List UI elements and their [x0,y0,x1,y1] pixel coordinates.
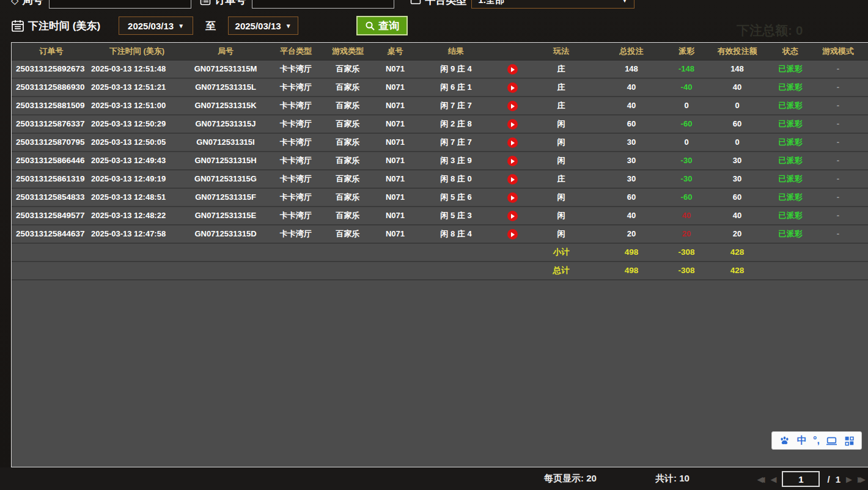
replay-play-button[interactable] [507,64,518,75]
chevron-down-icon: ▼ [285,23,292,29]
replay-cell [494,207,531,224]
valid-bet-cell: 40 [702,207,773,224]
result-cell: 闲 8 庄 0 [418,170,494,188]
col-header-bet-type: 玩法 [531,43,592,60]
order-number-cell: 250313125886930 [12,79,91,96]
total-bet-cell: 20 [592,225,671,243]
order-number-cell: 250313125854833 [12,189,91,206]
replay-play-button[interactable] [507,137,518,148]
last-page-button[interactable]: ▶▶ [858,475,866,484]
platform-cell: 卡卡湾厅 [268,115,323,133]
subtotal-total-bet: 498 [592,244,671,261]
result-cell: 闲 6 庄 1 [418,79,494,96]
status-cell: 已派彩 [773,170,808,188]
date-from-picker[interactable]: 2025/03/13 ▼ [119,16,193,35]
valid-bet-cell: 30 [702,170,773,188]
first-page-button[interactable]: ◀◀ [757,475,765,484]
col-header-valid-bet: 有效投注额 [702,43,773,60]
replay-cell [494,134,531,151]
game-type-cell: 百家乐 [323,170,372,188]
payout-cell: -40 [671,79,702,96]
replay-play-button[interactable] [507,82,518,93]
result-cell: 闲 5 庄 3 [418,207,494,224]
payout-cell: -60 [671,115,702,133]
order-number-cell: 250313125881509 [12,97,91,114]
table-number-cell: N071 [372,207,418,224]
date-to-picker[interactable]: 2025/03/13 ▼ [228,16,298,35]
table-row: 250313125854833 2025-03-13 12:48:51 GN07… [12,189,868,207]
platform-cell: 卡卡湾厅 [268,225,323,243]
replay-play-button[interactable] [507,101,518,111]
order-number-cell: 250313125876337 [12,115,91,133]
valid-bet-cell: 30 [702,152,773,169]
prev-page-button[interactable]: ◀ [770,475,776,484]
valid-bet-cell: 60 [702,189,773,206]
bet-time-cell: 2025-03-13 12:47:58 [91,225,183,243]
bet-type-cell: 闲 [531,134,592,151]
ime-punctuation-mode-icon[interactable]: °, [813,436,820,445]
ime-toolbar: 中 °, [771,431,862,450]
total-bet-cell: 40 [592,79,671,96]
valid-bet-cell: 148 [702,60,773,78]
table-number-cell: N071 [372,170,418,188]
col-header-payout: 派彩 [671,43,702,60]
play-icon [511,196,515,200]
date-to-value: 2025/03/13 [235,21,281,31]
table-number-cell: N071 [372,225,418,243]
order-number-cell: 250313125866446 [12,152,91,169]
round-number-cell: GN0712531315J [183,115,268,133]
filter-row-bottom: 下注时间 (美东) 2025/03/13 ▼ 至 2025/03/13 ▼ 查询 [11,16,408,35]
table-number-cell: N071 [372,189,418,206]
order-number-input[interactable] [252,0,394,9]
game-mode-cell: - [808,115,868,133]
replay-play-button[interactable] [507,119,518,130]
platform-cell: 卡卡湾厅 [268,207,323,224]
ime-keyboard-icon[interactable] [826,436,837,446]
replay-play-button[interactable] [507,192,518,203]
round-number-cell: GN0712531315K [183,97,268,114]
records-panel: 订单号 下注时间 (美东) 局号 平台类型 游戏类型 桌号 结果 玩法 总投注 … [11,42,868,467]
table-number-cell: N071 [372,115,418,133]
table-row: 250313125881509 2025-03-13 12:51:00 GN07… [12,97,868,115]
diamond-icon: ◇ [11,0,18,6]
game-mode-cell: - [808,170,868,188]
payout-cell: -30 [671,170,702,188]
ime-paw-icon[interactable] [779,435,790,446]
status-cell: 已派彩 [773,134,808,151]
filter-bar: ◇ 局号 订单号 平台类型 1.全部 ▼ [0,0,868,40]
platform-cell: 卡卡湾厅 [268,97,323,114]
total-valid-bet: 428 [702,262,773,279]
game-mode-cell: - [808,97,868,114]
table-number-cell: N071 [372,152,418,169]
ime-toolbox-grid-icon[interactable] [844,436,855,446]
replay-play-button[interactable] [507,174,518,185]
bet-type-cell: 庄 [531,60,592,78]
bet-time-cell: 2025-03-13 12:51:00 [91,97,183,114]
col-header-result: 结果 [418,43,494,60]
page-number-input[interactable] [782,471,820,487]
bet-time-label: 下注时间 (美东) [28,19,100,33]
total-payout: -308 [671,262,702,279]
table-row: 250313125866446 2025-03-13 12:49:43 GN07… [12,152,868,170]
bet-type-cell: 庄 [531,79,592,96]
round-number-cell: GN0712531315G [183,170,268,188]
platform-icon [410,0,421,5]
replay-play-button[interactable] [507,211,518,221]
replay-play-button[interactable] [507,156,518,166]
next-page-button[interactable]: ▶ [846,475,852,484]
status-cell: 已派彩 [773,60,808,78]
replay-play-button[interactable] [507,229,518,240]
payout-cell: -60 [671,189,702,206]
col-header-platform: 平台类型 [268,43,323,60]
replay-cell [494,60,531,78]
total-total-bet: 498 [592,262,671,279]
replay-cell [494,115,531,133]
total-row: 总计 498 -308 428 [12,262,868,280]
order-number-cell: 250313125861319 [12,170,91,188]
subtotal-row: 小计 498 -308 428 [12,244,868,262]
round-number-input[interactable] [49,0,191,9]
ime-chinese-mode-icon[interactable]: 中 [797,436,807,445]
platform-type-select[interactable]: 1.全部 ▼ [471,0,634,9]
valid-bet-cell: 0 [702,97,773,114]
query-button[interactable]: 查询 [356,16,408,35]
